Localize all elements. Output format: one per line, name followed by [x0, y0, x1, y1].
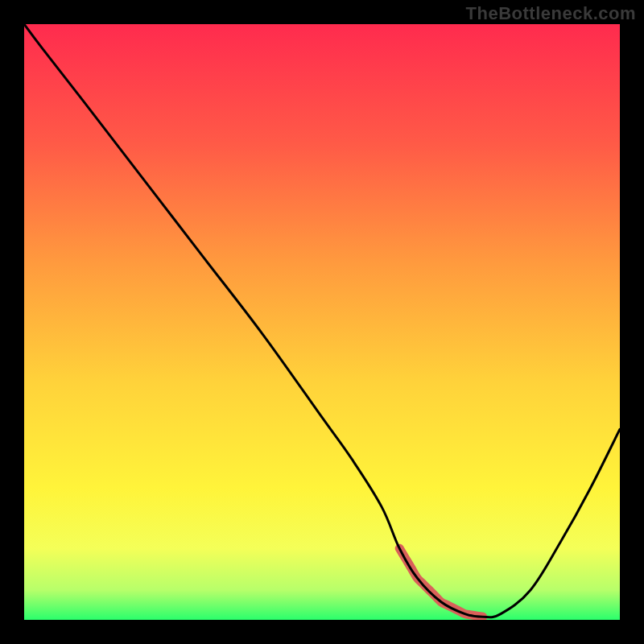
watermark-text: TheBottleneck.com — [466, 3, 636, 24]
plot-area — [24, 24, 620, 620]
bottleneck-chart — [24, 24, 620, 620]
chart-frame: TheBottleneck.com — [0, 0, 644, 644]
gradient-background — [24, 24, 620, 620]
